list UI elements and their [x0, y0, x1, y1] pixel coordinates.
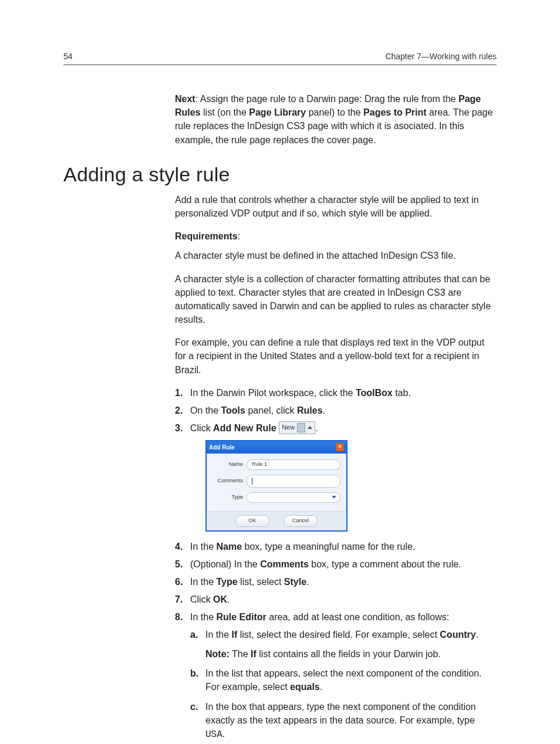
dropdown-arrow-icon	[308, 426, 312, 429]
steps-list: In the Darwin Pilot workspace, click the…	[175, 386, 497, 742]
text: list (on the	[201, 107, 249, 117]
text: .	[222, 729, 225, 739]
new-button[interactable]: New	[279, 421, 315, 434]
cancel-button[interactable]: Cancel	[284, 515, 318, 527]
chapter-title: Chapter 7—Working with rules	[385, 52, 497, 61]
text: area, add at least one condition, as fol…	[266, 612, 449, 622]
intro-paragraph: Add a rule that controls whether a chara…	[175, 193, 497, 220]
requirements-label: Requirements	[175, 231, 238, 241]
step-5: (Optional) In the Comments box, type a c…	[175, 557, 497, 571]
step-8: In the Rule Editor area, add at least on…	[175, 610, 497, 742]
dialog-row-type: Type	[212, 492, 340, 503]
text: In the box that appears, type the next c…	[205, 702, 476, 725]
bold: Country	[440, 630, 475, 640]
text-cursor-icon	[252, 478, 252, 485]
text: Click	[190, 594, 213, 604]
bold: Page Library	[249, 107, 306, 117]
name-field-value: Rule 1	[252, 461, 267, 469]
text: Assign the page rule to a Darwin page: D…	[200, 94, 458, 104]
running-header: 54 Chapter 7—Working with rules	[63, 52, 497, 65]
dialog-title: Add Rule	[209, 443, 235, 452]
step-6: In the Type list, select Style.	[175, 575, 497, 589]
comments-field[interactable]	[247, 475, 340, 488]
paragraph: A character style is a collection of cha…	[175, 272, 497, 327]
bold: Add New Rule	[213, 423, 276, 433]
add-rule-dialog: Add Rule × Name Rule 1 Comments	[205, 440, 348, 532]
substep-a: In the If list, select the desired field…	[190, 628, 497, 661]
bold: Comments	[260, 559, 309, 569]
requirements-heading: Requirements:	[175, 229, 497, 243]
page-number: 54	[63, 52, 73, 61]
next-paragraph: Next: Assign the page rule to a Darwin p…	[175, 92, 497, 147]
text: .	[306, 577, 309, 587]
text: In the	[190, 542, 216, 552]
text: In the list that appears, select the nex…	[205, 668, 482, 692]
text: Click	[190, 423, 213, 433]
type-select[interactable]	[247, 492, 340, 503]
text: In the Darwin Pilot workspace, click the	[190, 388, 356, 398]
ok-button[interactable]: OK	[235, 515, 269, 527]
name-field[interactable]: Rule 1	[247, 459, 340, 470]
section-heading: Adding a style rule	[63, 163, 497, 186]
step-2: On the Tools panel, click Rules.	[175, 404, 497, 418]
bold: Type	[216, 577, 237, 587]
step-4: In the Name box, type a meaningful name …	[175, 540, 497, 554]
comments-label: Comments	[212, 477, 243, 485]
bold: If	[251, 649, 257, 659]
text: .	[315, 423, 318, 433]
code-text: USA	[205, 729, 222, 740]
text: The	[230, 649, 251, 659]
bold: If	[231, 630, 237, 640]
text: .	[476, 630, 478, 640]
text: :	[238, 231, 240, 241]
text: :	[195, 94, 200, 104]
substep-c: In the box that appears, type the next c…	[190, 700, 497, 742]
requirements-line: A character style must be defined in the…	[175, 249, 497, 262]
bold: Rule Editor	[216, 612, 266, 622]
note-label: Note:	[205, 649, 230, 659]
next-label: Next	[175, 94, 195, 104]
dialog-row-comments: Comments	[212, 475, 340, 488]
bold: Tools	[221, 405, 245, 415]
text: In the	[190, 612, 216, 622]
new-button-label: New	[282, 422, 295, 432]
text: box, type a meaningful name for the rule…	[242, 542, 415, 552]
text: tab.	[393, 388, 411, 398]
bold: equals	[290, 682, 320, 692]
text: In the	[190, 577, 216, 587]
dialog-button-row: OK Cancel	[207, 511, 346, 530]
text: On the	[190, 405, 221, 415]
name-label: Name	[212, 461, 243, 469]
type-label: Type	[212, 493, 243, 502]
text: .	[323, 405, 325, 415]
text: list, select	[238, 577, 284, 587]
text: list contains all the fields in your Dar…	[257, 649, 441, 659]
note-line: Note: The If list contains all the field…	[205, 647, 497, 661]
bold: OK	[213, 594, 227, 604]
text: panel, click	[245, 405, 297, 415]
document-icon	[297, 423, 305, 432]
dialog-row-name: Name Rule 1	[212, 459, 340, 470]
bold: Pages to Print	[363, 107, 427, 117]
substeps-list: In the If list, select the desired field…	[190, 628, 497, 742]
text: In the	[205, 630, 231, 640]
text: list, select the desired field. For exam…	[237, 630, 440, 640]
content-column: Next: Assign the page rule to a Darwin p…	[175, 92, 497, 742]
bold: Name	[216, 542, 242, 552]
step-7: Click OK.	[175, 593, 497, 607]
document-page: 54 Chapter 7—Working with rules Next: As…	[0, 0, 560, 744]
close-icon[interactable]: ×	[336, 443, 344, 451]
bold: Rules	[297, 405, 323, 415]
text: box, type a comment about the rule.	[309, 559, 461, 569]
bold: Style	[284, 577, 306, 587]
text: (Optional) In the	[190, 559, 260, 569]
step-3: Click Add New Rule New. Add Rule × Name …	[175, 421, 497, 532]
dialog-titlebar: Add Rule ×	[207, 441, 346, 454]
paragraph: For example, you can define a rule that …	[175, 336, 497, 377]
substep-b: In the list that appears, select the nex…	[190, 667, 497, 694]
text: .	[320, 682, 322, 692]
dialog-body: Name Rule 1 Comments Type	[207, 454, 346, 511]
step-1: In the Darwin Pilot workspace, click the…	[175, 386, 497, 400]
text: .	[227, 594, 230, 604]
text: panel) to the	[306, 107, 363, 117]
